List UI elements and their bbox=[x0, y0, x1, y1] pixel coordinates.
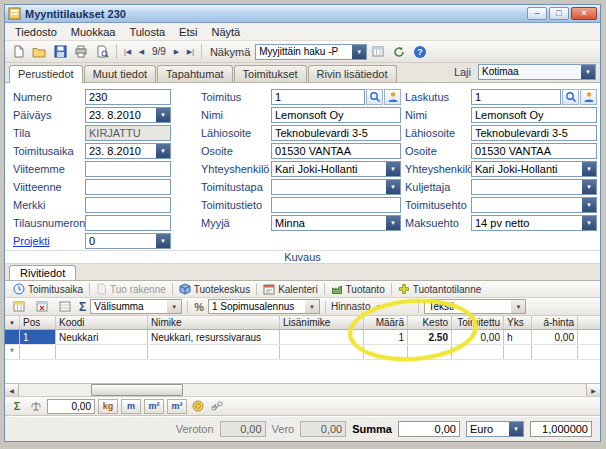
column-header-koodi[interactable]: Koodi bbox=[56, 316, 148, 329]
viiteemme-field[interactable] bbox=[85, 161, 171, 177]
chevron-down-icon[interactable]: ▼ bbox=[582, 162, 596, 176]
cell-maara[interactable]: 1 bbox=[364, 330, 408, 344]
toimitustapa-combo[interactable]: ▼ bbox=[271, 179, 401, 195]
cell-kesto[interactable] bbox=[408, 345, 452, 359]
toimitus-search-button[interactable] bbox=[366, 89, 383, 105]
maksuehto-combo[interactable]: 14 pv netto▼ bbox=[471, 215, 597, 231]
open-button[interactable] bbox=[29, 43, 49, 61]
toimitus-nimi-field[interactable]: Lemonsoft Oy bbox=[271, 107, 401, 123]
scrollbar-track[interactable] bbox=[19, 384, 586, 396]
myyja-combo[interactable]: Minna▼ bbox=[271, 215, 401, 231]
tab-perustiedot[interactable]: Perustiedot bbox=[9, 65, 83, 83]
row-marker-header[interactable]: ▼ bbox=[5, 316, 20, 329]
laskutus-nimi-field[interactable]: Lemonsoft Oy bbox=[471, 107, 597, 123]
column-header-yks[interactable]: Yks bbox=[504, 316, 532, 329]
column-header-lisanimike[interactable]: Lisänimike bbox=[280, 316, 364, 329]
currency-combo[interactable]: Euro ▼ bbox=[466, 421, 524, 437]
currency-button[interactable] bbox=[190, 399, 206, 414]
tuotekeskus-button[interactable]: Tuotekeskus bbox=[175, 283, 254, 295]
calendar-dropdown-icon[interactable]: ▼ bbox=[156, 108, 170, 122]
menu-etsi[interactable]: Etsi bbox=[172, 25, 204, 39]
cell-lisanimike[interactable] bbox=[280, 330, 364, 344]
cell-nimike[interactable]: Neukkari, resurssivaraus bbox=[148, 330, 280, 344]
unit-m3-button[interactable]: m³ bbox=[167, 399, 187, 414]
chevron-down-icon[interactable]: ▼ bbox=[386, 162, 400, 176]
column-header-ahinta[interactable]: á-hinta bbox=[532, 316, 578, 329]
nav-prev-button[interactable]: ◀ bbox=[135, 44, 148, 60]
unit-kg-button[interactable]: kg bbox=[98, 399, 118, 414]
numero-field[interactable]: 230 bbox=[85, 89, 171, 105]
laskutus-search-button[interactable] bbox=[562, 89, 579, 105]
cell-pos[interactable]: 1 bbox=[20, 330, 56, 344]
tab-tapahtumat[interactable]: Tapahtumat bbox=[157, 65, 232, 82]
help-button[interactable]: ? bbox=[410, 43, 430, 61]
merkki-field[interactable] bbox=[85, 197, 171, 213]
laskutus-field[interactable]: 1 bbox=[471, 89, 561, 105]
menu-tulosta[interactable]: Tulosta bbox=[122, 25, 172, 39]
chevron-down-icon[interactable]: ▼ bbox=[582, 198, 596, 212]
toimitusehto-combo[interactable]: ▼ bbox=[471, 197, 597, 213]
cell-koodi[interactable] bbox=[56, 345, 148, 359]
new-row[interactable]: * bbox=[5, 345, 600, 360]
save-button[interactable] bbox=[50, 43, 70, 61]
toimitustieto-field[interactable] bbox=[271, 197, 401, 213]
print-preview-button[interactable] bbox=[92, 43, 112, 61]
chevron-down-icon[interactable]: ▼ bbox=[386, 180, 400, 194]
tuotantotilanne-button[interactable]: Tuotantotilanne bbox=[394, 283, 486, 295]
tab-rivitiedot[interactable]: Rivitiedot bbox=[9, 265, 76, 280]
scroll-right-button[interactable]: ▶ bbox=[586, 384, 600, 396]
cell-kesto[interactable]: 2.50 bbox=[408, 330, 452, 344]
print-button[interactable] bbox=[71, 43, 91, 61]
cell-lisanimike[interactable] bbox=[280, 345, 364, 359]
chevron-down-icon[interactable]: ▼ bbox=[305, 300, 319, 313]
column-header-toimitettu[interactable]: Toimitettu bbox=[452, 316, 504, 329]
chevron-down-icon[interactable]: ▼ bbox=[509, 422, 523, 436]
delete-row-button[interactable] bbox=[32, 298, 52, 316]
cell-pos[interactable] bbox=[20, 345, 56, 359]
chevron-down-icon[interactable]: ▼ bbox=[352, 45, 366, 59]
view-combo[interactable]: Myyjittäin haku -P ▼ bbox=[255, 44, 367, 60]
chevron-down-icon[interactable]: ▼ bbox=[373, 304, 383, 310]
column-header-nimike[interactable]: Nimike bbox=[148, 316, 280, 329]
tilausnumeronne-field[interactable] bbox=[85, 215, 171, 231]
valisumma-combo[interactable]: Välisumma ▼ bbox=[90, 299, 182, 314]
toimitusaika-button[interactable]: Toimitusaika bbox=[9, 283, 87, 295]
cell-ahinta[interactable]: 0,00 bbox=[532, 330, 578, 344]
teksti-combo[interactable]: Teksti ▼ bbox=[424, 299, 526, 314]
cell-toimitettu[interactable]: 0,00 bbox=[452, 330, 504, 344]
toimitus-field[interactable]: 1 bbox=[271, 89, 365, 105]
laskutus-yhteyshenkilo-combo[interactable]: Kari Joki-Hollanti▼ bbox=[471, 161, 597, 177]
insert-row-button[interactable] bbox=[9, 298, 29, 316]
cell-nimike[interactable] bbox=[148, 345, 280, 359]
laskutus-lahiosoite-field[interactable]: Teknobulevardi 3-5 bbox=[471, 125, 597, 141]
chevron-down-icon[interactable]: ▼ bbox=[582, 216, 596, 230]
toimitus-yhteyshenkilo-combo[interactable]: Kari Joki-Hollanti▼ bbox=[271, 161, 401, 177]
scroll-left-button[interactable]: ◀ bbox=[5, 384, 19, 396]
chevron-down-icon[interactable]: ▼ bbox=[581, 65, 595, 79]
toimitus-osoite-field[interactable]: 01530 VANTAA bbox=[271, 143, 401, 159]
laskutus-osoite-field[interactable]: 01530 VANTAA bbox=[471, 143, 597, 159]
column-header-kesto[interactable]: Kesto bbox=[408, 316, 452, 329]
toimitus-customer-button[interactable] bbox=[384, 89, 401, 105]
toimitusaika-field[interactable]: 23. 8.2010▼ bbox=[85, 143, 171, 159]
tab-rivin-lisatiedot[interactable]: Rivin lisätiedot bbox=[308, 65, 397, 82]
toimitus-lahiosoite-field[interactable]: Teknobulevardi 3-5 bbox=[271, 125, 401, 141]
minimize-button[interactable]: – bbox=[527, 7, 547, 20]
menu-tiedosto[interactable]: Tiedosto bbox=[8, 25, 64, 39]
projekti-combo[interactable]: 0▼ bbox=[85, 233, 171, 249]
tab-muut-tiedot[interactable]: Muut tiedot bbox=[84, 65, 156, 82]
projekti-link[interactable]: Projekti bbox=[13, 235, 85, 247]
new-document-button[interactable] bbox=[8, 43, 28, 61]
unit-m-button[interactable]: m bbox=[121, 399, 141, 414]
column-header-maara[interactable]: Määrä bbox=[364, 316, 408, 329]
sopimusalennus-combo[interactable]: 1 Sopimusalennus ▼ bbox=[208, 299, 320, 314]
nav-next-button[interactable]: ▶ bbox=[170, 44, 183, 60]
cell-ahinta[interactable] bbox=[532, 345, 578, 359]
tuotanto-button[interactable]: Tuotanto bbox=[327, 283, 389, 295]
refresh-button[interactable] bbox=[389, 43, 409, 61]
link-rows-button[interactable] bbox=[209, 399, 225, 414]
scrollbar-thumb[interactable] bbox=[91, 384, 183, 396]
menu-nayta[interactable]: Näytä bbox=[204, 25, 247, 39]
cell-yks[interactable] bbox=[504, 345, 532, 359]
calendar-dropdown-icon[interactable]: ▼ bbox=[156, 144, 170, 158]
